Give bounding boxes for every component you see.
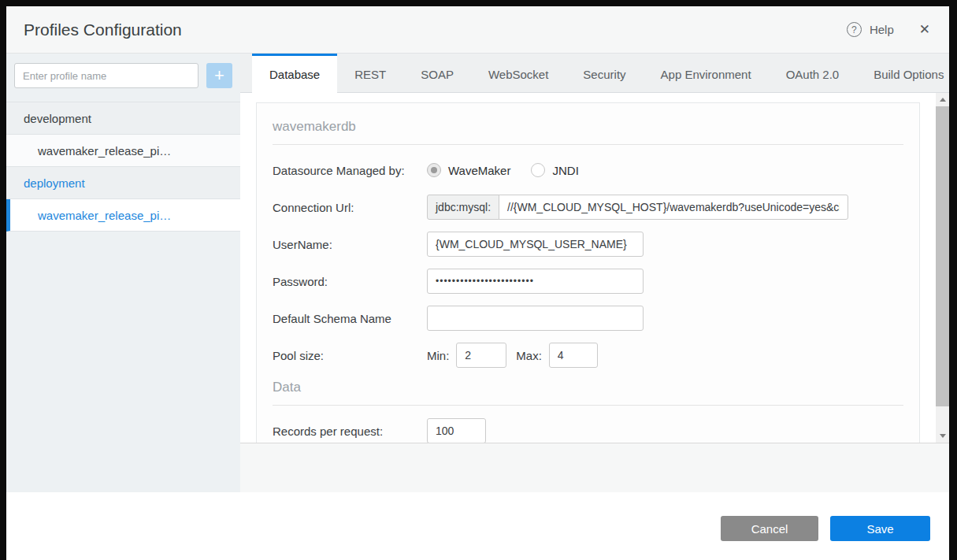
- sidebar-item-wavemaker-release-dev[interactable]: wavemaker_release_pi…: [6, 135, 240, 167]
- dialog-footer: Cancel Save: [6, 492, 949, 560]
- dialog-header: Profiles Configuration ? Help ✕: [6, 6, 949, 54]
- radio-wavemaker-label: WaveMaker: [448, 164, 510, 177]
- page-title: Profiles Configuration: [24, 20, 847, 39]
- pool-max-label: Max:: [516, 349, 542, 362]
- username-input[interactable]: [427, 232, 644, 257]
- scroll-up-icon: [940, 98, 946, 102]
- records-per-request-row: Records per request:: [273, 418, 903, 443]
- password-label: Password:: [273, 275, 427, 288]
- tab-security[interactable]: Security: [566, 54, 643, 92]
- pool-min-input[interactable]: [456, 343, 506, 368]
- tab-bar: Database REST SOAP WebSocket Security Ap…: [240, 54, 949, 93]
- password-row: Password:: [273, 269, 903, 294]
- radio-jndi-label: JNDI: [552, 164, 578, 177]
- main-panel: Database REST SOAP WebSocket Security Ap…: [240, 54, 949, 492]
- sidebar-item-wavemaker-release-deploy[interactable]: wavemaker_release_pi…: [6, 199, 240, 232]
- records-per-request-label: Records per request:: [273, 425, 427, 438]
- profiles-configuration-dialog: Profiles Configuration ? Help ✕ + develo…: [6, 6, 949, 560]
- tab-database[interactable]: Database: [252, 54, 337, 93]
- tab-build-options[interactable]: Build Options: [856, 54, 957, 92]
- tab-soap[interactable]: SOAP: [403, 54, 471, 92]
- pool-min-label: Min:: [427, 349, 449, 362]
- connection-url-input[interactable]: [499, 195, 848, 220]
- default-schema-row: Default Schema Name: [273, 306, 903, 331]
- username-row: UserName:: [273, 232, 903, 257]
- scroll-down-button[interactable]: [936, 429, 949, 443]
- data-section-title: Data: [273, 380, 903, 395]
- section-divider: [273, 144, 903, 145]
- tab-websocket[interactable]: WebSocket: [471, 54, 566, 92]
- tab-content-viewport: wavemakerdb Datasource Managed by: WaveM…: [240, 93, 949, 443]
- password-input[interactable]: [427, 269, 644, 294]
- scroll-down-icon: [940, 434, 946, 438]
- close-icon[interactable]: ✕: [919, 21, 930, 38]
- radio-selected-icon[interactable]: [427, 163, 441, 177]
- tab-rest[interactable]: REST: [337, 54, 403, 92]
- jdbc-prefix: jdbc:mysql:: [427, 195, 499, 220]
- connection-url-label: Connection Url:: [273, 201, 427, 214]
- db-section-title: wavemakerdb: [273, 119, 903, 135]
- vertical-scrollbar[interactable]: [936, 93, 949, 443]
- sidebar-item-deployment[interactable]: deployment: [6, 167, 240, 199]
- help-question-icon[interactable]: ?: [847, 22, 862, 37]
- tab-app-environment[interactable]: App Environment: [644, 54, 769, 92]
- profile-name-input[interactable]: [14, 63, 198, 88]
- pool-size-label: Pool size:: [273, 349, 427, 362]
- cancel-button[interactable]: Cancel: [721, 516, 818, 541]
- tab-oauth[interactable]: OAuth 2.0: [769, 54, 857, 92]
- username-label: UserName:: [273, 238, 427, 251]
- datasource-label: Datasource Managed by:: [273, 164, 427, 177]
- connection-url-row: Connection Url: jdbc:mysql:: [273, 195, 903, 220]
- save-button[interactable]: Save: [830, 516, 930, 541]
- datasource-row: Datasource Managed by: WaveMaker JNDI: [273, 158, 903, 183]
- scrollbar-thumb[interactable]: [936, 106, 949, 406]
- pool-max-input[interactable]: [549, 343, 598, 368]
- radio-unselected-icon[interactable]: [531, 163, 545, 177]
- scroll-up-button[interactable]: [936, 93, 949, 106]
- help-link[interactable]: Help: [870, 23, 894, 36]
- database-form-card: wavemakerdb Datasource Managed by: WaveM…: [256, 102, 920, 443]
- records-per-request-input[interactable]: [427, 418, 486, 443]
- default-schema-input[interactable]: [427, 306, 644, 331]
- section-divider: [273, 405, 903, 406]
- profiles-sidebar: + development wavemaker_release_pi… depl…: [6, 54, 240, 492]
- default-schema-label: Default Schema Name: [273, 312, 427, 325]
- sidebar-item-development[interactable]: development: [6, 102, 240, 135]
- profile-list: development wavemaker_release_pi… deploy…: [6, 102, 240, 232]
- scrollbar-track[interactable]: [936, 106, 949, 429]
- pool-size-row: Pool size: Min: Max:: [273, 343, 903, 368]
- panel-lower-strip: [240, 443, 949, 492]
- add-profile-button[interactable]: +: [206, 63, 232, 88]
- radio-wavemaker[interactable]: WaveMaker: [427, 163, 510, 177]
- radio-jndi[interactable]: JNDI: [531, 163, 578, 177]
